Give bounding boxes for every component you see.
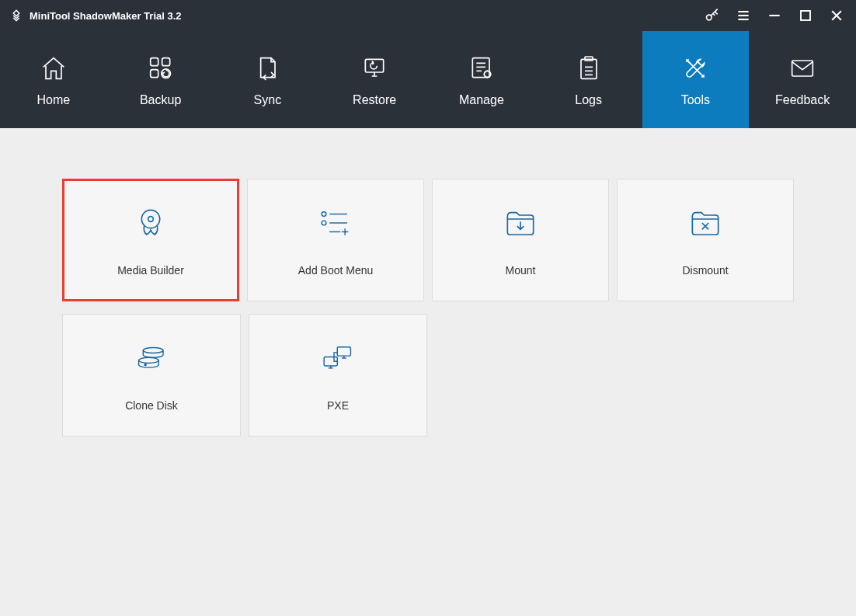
svg-rect-18: [581, 59, 597, 78]
tile-clone-disk[interactable]: Clone Disk: [62, 314, 241, 437]
tiles-row-1: Media Builder Add Boot Menu: [62, 179, 794, 301]
close-button[interactable]: [826, 5, 847, 26]
add-boot-menu-icon: [316, 204, 355, 242]
tile-label: Dismount: [682, 264, 728, 277]
sync-icon: [252, 53, 283, 84]
svg-point-25: [141, 210, 159, 228]
nav-logs[interactable]: Logs: [535, 31, 642, 128]
titlebar: MiniTool ShadowMaker Trial 3.2: [0, 0, 856, 31]
maximize-button[interactable]: [795, 5, 816, 26]
app-title: MiniTool ShadowMaker Trial 3.2: [30, 10, 182, 22]
home-icon: [38, 53, 69, 84]
svg-rect-10: [150, 69, 158, 77]
titlebar-left: MiniTool ShadowMaker Trial 3.2: [9, 9, 182, 23]
logs-icon: [573, 53, 604, 84]
manage-icon: [466, 53, 497, 84]
mount-icon: [501, 204, 540, 242]
svg-point-26: [148, 217, 154, 222]
tile-label: PXE: [327, 399, 349, 412]
svg-point-40: [144, 364, 146, 366]
nav-restore[interactable]: Restore: [321, 31, 428, 128]
svg-rect-12: [365, 59, 383, 72]
nav-label: Tools: [681, 93, 710, 107]
minimize-button[interactable]: [764, 5, 785, 26]
svg-point-39: [139, 357, 159, 363]
tile-label: Mount: [506, 264, 536, 277]
tile-add-boot-menu[interactable]: Add Boot Menu: [247, 179, 424, 301]
tile-media-builder[interactable]: Media Builder: [62, 179, 239, 301]
restore-icon: [359, 53, 390, 84]
svg-rect-8: [150, 57, 158, 65]
nav-backup[interactable]: Backup: [107, 31, 214, 128]
key-button[interactable]: [702, 5, 722, 26]
titlebar-right: [702, 5, 847, 26]
dismount-icon: [686, 204, 725, 242]
svg-point-27: [322, 212, 326, 217]
svg-rect-9: [162, 57, 169, 65]
svg-point-29: [322, 221, 326, 225]
nav-label: Backup: [140, 93, 181, 107]
content-area: Media Builder Add Boot Menu: [0, 128, 856, 499]
nav-home[interactable]: Home: [0, 31, 107, 128]
svg-rect-5: [801, 11, 810, 20]
tile-label: Clone Disk: [125, 399, 178, 412]
nav-label: Feedback: [775, 93, 830, 107]
navbar: Home Backup Sync: [0, 31, 856, 128]
nav-manage[interactable]: Manage: [428, 31, 535, 128]
backup-icon: [145, 53, 176, 84]
nav-label: Home: [37, 93, 71, 107]
tiles-row-2: Clone Disk PXE: [62, 314, 794, 437]
svg-point-0: [707, 15, 712, 20]
feedback-icon: [787, 53, 818, 84]
media-builder-icon: [131, 204, 170, 242]
tile-dismount[interactable]: Dismount: [617, 179, 794, 301]
nav-label: Sync: [254, 93, 282, 107]
nav-label: Logs: [575, 93, 602, 107]
nav-label: Manage: [459, 93, 504, 107]
nav-feedback[interactable]: Feedback: [749, 31, 856, 128]
tools-icon: [680, 53, 711, 84]
nav-label: Restore: [353, 93, 396, 107]
menu-button[interactable]: [733, 5, 753, 26]
tile-mount[interactable]: Mount: [432, 179, 609, 301]
nav-tools[interactable]: Tools: [642, 31, 750, 128]
nav-sync[interactable]: Sync: [214, 31, 322, 128]
app-logo-icon: [9, 9, 23, 23]
svg-point-38: [143, 347, 163, 353]
clone-disk-icon: [132, 339, 171, 378]
tile-label: Media Builder: [117, 264, 184, 277]
tile-label: Add Boot Menu: [298, 264, 374, 277]
svg-rect-41: [337, 347, 350, 356]
tile-pxe[interactable]: PXE: [249, 314, 427, 437]
svg-rect-24: [792, 61, 813, 76]
pxe-icon: [318, 339, 357, 378]
